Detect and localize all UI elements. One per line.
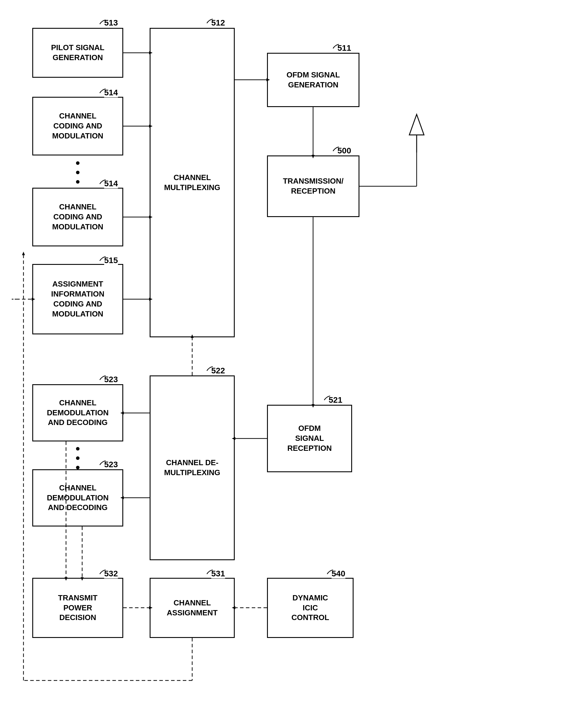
channel-coding-modulation-box-2: CHANNELCODING ANDMODULATION xyxy=(32,188,123,247)
transmit-power-decision-box: TRANSMITPOWERDECISION xyxy=(32,578,123,638)
channel-multiplexing-box: CHANNELMULTIPLEXING xyxy=(150,28,235,337)
channel-coding-modulation-box-1: CHANNELCODING ANDMODULATION xyxy=(32,97,123,155)
svg-point-21 xyxy=(76,447,80,450)
ofdm-signal-reception-box: OFDMSIGNALRECEPTION xyxy=(267,405,352,472)
label-540: 540 xyxy=(332,569,345,578)
svg-point-4 xyxy=(76,161,80,165)
label-523b: 523 xyxy=(104,460,118,469)
label-511: 511 xyxy=(337,43,351,53)
label-513: 513 xyxy=(104,18,118,27)
label-500: 500 xyxy=(337,146,351,155)
svg-marker-39 xyxy=(22,252,25,255)
dynamic-icic-control-box: DYNAMICICICCONTROL xyxy=(267,578,354,638)
channel-assignment-box: CHANNELASSIGNMENT xyxy=(150,578,235,638)
label-532: 532 xyxy=(104,569,118,578)
label-531: 531 xyxy=(211,569,225,578)
pilot-signal-generation-box: PILOT SIGNALGENERATION xyxy=(32,28,123,78)
svg-marker-43 xyxy=(409,114,424,135)
label-514a: 514 xyxy=(104,88,118,98)
label-512: 512 xyxy=(211,18,225,27)
channel-demodulation-decoding-box-1: CHANNELDEMODULATIONAND DECODING xyxy=(32,384,123,442)
label-521: 521 xyxy=(329,396,342,405)
diagram: PILOT SIGNALGENERATION CHANNELCODING AND… xyxy=(0,0,588,723)
svg-point-5 xyxy=(76,171,80,174)
channel-demultiplexing-box: CHANNEL DE-MULTIPLEXING xyxy=(150,376,235,560)
label-515: 515 xyxy=(104,256,118,265)
assignment-information-box: ASSIGNMENTINFORMATIONCODING ANDMODULATIO… xyxy=(32,264,123,334)
transmission-reception-box: TRANSMISSION/RECEPTION xyxy=(267,155,359,217)
svg-point-22 xyxy=(76,456,80,460)
label-523a: 523 xyxy=(104,375,118,384)
svg-point-23 xyxy=(76,466,80,469)
label-514b: 514 xyxy=(104,179,118,188)
label-522: 522 xyxy=(211,366,225,376)
channel-demodulation-decoding-box-2: CHANNELDEMODULATIONAND DECODING xyxy=(32,469,123,527)
svg-point-6 xyxy=(76,180,80,184)
ofdm-signal-generation-box: OFDM SIGNALGENERATION xyxy=(267,53,359,107)
